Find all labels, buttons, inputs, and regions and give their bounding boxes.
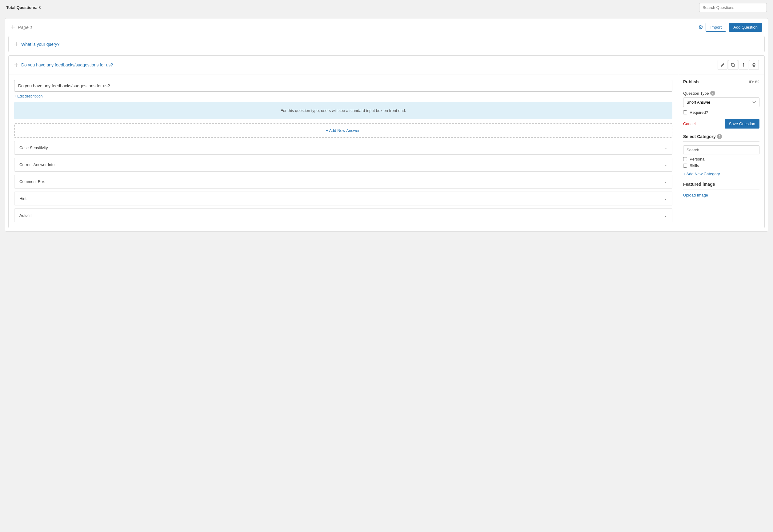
questions-wrapper: ✛ What is your query? ✛ Do you have any … — [5, 36, 768, 231]
accordion-hint-chevron: ⌄ — [664, 197, 667, 201]
category-section: Select Category ? Personal — [683, 134, 759, 176]
q2-expanded-content: + Edit description For this question typ… — [9, 74, 764, 228]
q2-header: ✛ Do you have any feedbacks/suggestions … — [9, 56, 764, 74]
category-skills-label: Skills — [690, 163, 699, 168]
save-question-button[interactable]: Save Question — [725, 119, 759, 129]
q1-text: What is your query? — [21, 42, 60, 47]
category-personal-label: Personal — [690, 157, 705, 161]
add-answer-box[interactable]: + Add New Answer! — [14, 123, 672, 138]
total-questions: Total Questions: 3 — [6, 5, 41, 10]
add-question-button[interactable]: Add Question — [729, 23, 762, 32]
accordion-correct-answer-chevron: ⌄ — [664, 163, 667, 167]
add-category-link[interactable]: + Add New Category — [683, 172, 720, 176]
category-skills-checkbox[interactable] — [683, 164, 687, 168]
import-button[interactable]: Import — [706, 23, 726, 32]
publish-section: Publish ID: 82 Question Type ? Short Ans… — [683, 79, 759, 129]
accordion-comment-box[interactable]: Comment Box ⌄ — [14, 175, 672, 189]
category-skills: Skills — [683, 163, 759, 168]
accordion-comment-box-label: Comment Box — [19, 179, 45, 184]
accordion-hint-label: Hint — [19, 196, 26, 201]
category-search-input[interactable] — [683, 145, 759, 154]
top-bar: Total Questions: 3 — [0, 0, 773, 15]
edit-description-link[interactable]: + Edit description — [14, 94, 42, 98]
accordion-case-sensitivity-chevron: ⌄ — [664, 146, 667, 150]
search-questions-input[interactable] — [699, 3, 767, 12]
accordion-correct-answer-label: Correct Answer Info — [19, 162, 54, 167]
question-sidebar: Publish ID: 82 Question Type ? Short Ans… — [678, 74, 764, 228]
svg-rect-0 — [732, 64, 735, 66]
q2-edit-button[interactable] — [718, 60, 727, 70]
accordion-case-sensitivity-label: Case Sensitivity — [19, 145, 48, 150]
q2-drag-handle[interactable]: ✛ — [14, 62, 18, 68]
category-help[interactable]: ? — [717, 134, 722, 139]
category-section-header: Select Category ? — [683, 134, 759, 142]
category-personal: Personal — [683, 157, 759, 161]
page-title-row: ✛ Page 1 — [11, 24, 33, 30]
category-personal-checkbox[interactable] — [683, 157, 687, 161]
page-actions: ⚙ Import Add Question — [698, 23, 762, 32]
accordion-case-sensitivity[interactable]: Case Sensitivity ⌄ — [14, 141, 672, 155]
category-title: Select Category — [683, 134, 716, 139]
q2-text: Do you have any feedbacks/suggestions fo… — [21, 62, 113, 67]
question-id: ID: 82 — [749, 80, 759, 84]
publish-section-header: Publish ID: 82 — [683, 79, 759, 87]
question-type-select[interactable]: Short Answer Multiple Choice True / Fals… — [683, 97, 759, 107]
q2-copy-button[interactable] — [728, 60, 738, 70]
q2-action-icons — [718, 60, 759, 70]
question-type-help[interactable]: ? — [710, 91, 715, 96]
cancel-link[interactable]: Cancel — [683, 121, 695, 126]
q2-delete-button[interactable] — [749, 60, 759, 70]
accordion-comment-box-chevron: ⌄ — [664, 180, 667, 184]
q2-main: + Edit description For this question typ… — [9, 74, 678, 228]
accordion-correct-answer[interactable]: Correct Answer Info ⌄ — [14, 158, 672, 172]
accordion-hint[interactable]: Hint ⌄ — [14, 192, 672, 205]
page-header: ✛ Page 1 ⚙ Import Add Question — [5, 18, 768, 36]
accordion-autofill[interactable]: Autofill ⌄ — [14, 208, 672, 222]
q2-move-button[interactable] — [739, 60, 748, 70]
required-checkbox-row[interactable]: Required? — [683, 110, 759, 115]
accordion-autofill-chevron: ⌄ — [664, 213, 667, 218]
page-block: ✛ Page 1 ⚙ Import Add Question ✛ What is… — [5, 18, 768, 232]
question-row-2: ✛ Do you have any feedbacks/suggestions … — [8, 55, 765, 228]
upload-image-link[interactable]: Upload Image — [683, 193, 708, 197]
form-actions: Cancel Save Question — [683, 119, 759, 129]
required-label: Required? — [690, 110, 708, 115]
q2-header-left: ✛ Do you have any feedbacks/suggestions … — [14, 62, 113, 68]
question-type-label: Question Type ? — [683, 91, 759, 96]
page-drag-handle[interactable]: ✛ — [11, 24, 15, 30]
featured-image-title: Featured image — [683, 182, 759, 189]
question-row-1: ✛ What is your query? — [8, 36, 765, 52]
featured-image-section: Featured image Upload Image — [683, 182, 759, 197]
question-info-box: For this question type, users will see a… — [14, 102, 672, 119]
accordion-autofill-label: Autofill — [19, 213, 31, 218]
main-container: ✛ Page 1 ⚙ Import Add Question ✛ What is… — [0, 15, 773, 239]
q2-text-input[interactable] — [14, 80, 672, 92]
required-checkbox[interactable] — [683, 110, 687, 114]
gear-button[interactable]: ⚙ — [698, 24, 703, 31]
page-title: Page 1 — [18, 25, 33, 30]
q1-drag-handle[interactable]: ✛ — [14, 41, 18, 47]
publish-title: Publish — [683, 79, 699, 84]
